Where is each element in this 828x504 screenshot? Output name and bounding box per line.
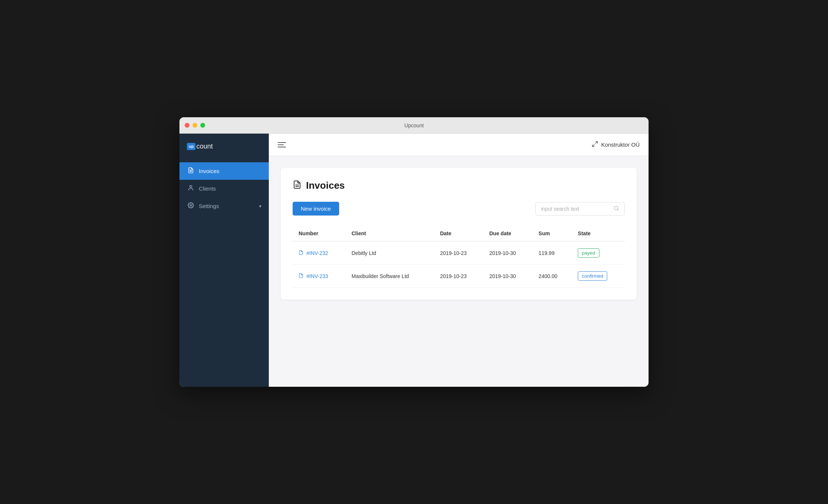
table-body: #INV-232 Debitly Ltd 2019-10-23 2019-10-… bbox=[293, 241, 625, 288]
sidebar-item-settings[interactable]: Settings ▾ bbox=[179, 197, 269, 215]
svg-line-4 bbox=[595, 141, 597, 143]
app-layout: up count Invoices bbox=[179, 134, 649, 387]
svg-line-9 bbox=[617, 209, 618, 210]
settings-icon bbox=[187, 202, 194, 210]
invoices-icon bbox=[187, 167, 194, 175]
logo-up: up bbox=[187, 143, 195, 150]
table-header-row: Number Client Date Due date Sum State bbox=[293, 226, 625, 241]
table-row: #INV-232 Debitly Ltd 2019-10-23 2019-10-… bbox=[293, 241, 625, 265]
chevron-down-icon: ▾ bbox=[259, 204, 261, 209]
invoice-link-1[interactable]: #INV-233 bbox=[299, 273, 340, 279]
minimize-button[interactable] bbox=[192, 123, 197, 128]
new-invoice-button[interactable]: New invoice bbox=[293, 202, 339, 216]
sidebar-invoices-label: Invoices bbox=[199, 168, 261, 174]
company-selector[interactable]: Konstruktor OÜ bbox=[592, 141, 640, 149]
cell-state-0: payed bbox=[572, 241, 625, 265]
clients-icon bbox=[187, 185, 194, 192]
menu-icon[interactable] bbox=[278, 142, 286, 147]
cell-client-0: Debitly Ltd bbox=[345, 241, 434, 265]
search-input[interactable] bbox=[541, 206, 611, 212]
svg-line-5 bbox=[592, 144, 594, 146]
col-due-date: Due date bbox=[483, 226, 532, 241]
cell-sum-1: 2400.00 bbox=[533, 265, 572, 288]
toolbar: New invoice bbox=[293, 202, 625, 216]
page-header: Invoices bbox=[293, 180, 625, 191]
search-box bbox=[535, 202, 625, 216]
app-window: Upcount up count bbox=[179, 117, 649, 387]
col-sum: Sum bbox=[533, 226, 572, 241]
window-title: Upcount bbox=[404, 122, 424, 128]
invoices-table: Number Client Date Due date Sum State bbox=[293, 226, 625, 288]
cell-date-1: 2019-10-23 bbox=[434, 265, 483, 288]
main-content: Konstruktor OÜ bbox=[269, 134, 649, 387]
sidebar-item-invoices[interactable]: Invoices bbox=[179, 162, 269, 180]
logo: up count bbox=[179, 134, 269, 159]
close-button[interactable] bbox=[185, 123, 190, 128]
cell-due-date-1: 2019-10-30 bbox=[483, 265, 532, 288]
sidebar-item-clients[interactable]: Clients bbox=[179, 180, 269, 197]
menu-line-3 bbox=[278, 147, 286, 147]
cell-number-0: #INV-232 bbox=[293, 241, 345, 265]
table-row: #INV-233 Maxibuilder Software Ltd 2019-1… bbox=[293, 265, 625, 288]
menu-line-2 bbox=[278, 144, 284, 145]
col-client: Client bbox=[345, 226, 434, 241]
cell-state-1: confirmed bbox=[572, 265, 625, 288]
col-state: State bbox=[572, 226, 625, 241]
cell-due-date-0: 2019-10-30 bbox=[483, 241, 532, 265]
state-badge-1: confirmed bbox=[578, 271, 607, 281]
company-icon bbox=[592, 141, 598, 149]
titlebar-controls bbox=[185, 123, 205, 128]
col-date: Date bbox=[434, 226, 483, 241]
content-card: Invoices New invoice bbox=[281, 168, 637, 300]
maximize-button[interactable] bbox=[200, 123, 205, 128]
invoice-row-icon-0 bbox=[299, 250, 303, 256]
cell-client-1: Maxibuilder Software Ltd bbox=[345, 265, 434, 288]
page-title: Invoices bbox=[306, 180, 345, 191]
col-number: Number bbox=[293, 226, 345, 241]
sidebar-nav: Invoices Clients bbox=[179, 162, 269, 215]
svg-point-2 bbox=[190, 185, 192, 188]
search-icon bbox=[614, 205, 619, 212]
logo-count: count bbox=[196, 143, 213, 150]
table-header: Number Client Date Due date Sum State bbox=[293, 226, 625, 241]
cell-number-1: #INV-233 bbox=[293, 265, 345, 288]
topbar: Konstruktor OÜ bbox=[269, 134, 649, 156]
invoice-row-icon-1 bbox=[299, 273, 303, 279]
content-area: Invoices New invoice bbox=[269, 156, 649, 387]
sidebar-settings-label: Settings bbox=[199, 203, 255, 209]
sidebar-clients-label: Clients bbox=[199, 185, 261, 192]
page-header-icon bbox=[293, 180, 302, 191]
titlebar: Upcount bbox=[179, 117, 649, 134]
cell-date-0: 2019-10-23 bbox=[434, 241, 483, 265]
invoice-link-0[interactable]: #INV-232 bbox=[299, 250, 340, 256]
cell-sum-0: 119.99 bbox=[533, 241, 572, 265]
svg-point-3 bbox=[190, 204, 191, 206]
company-name: Konstruktor OÜ bbox=[601, 141, 640, 148]
state-badge-0: payed bbox=[578, 248, 599, 258]
sidebar: up count Invoices bbox=[179, 134, 269, 387]
menu-line-1 bbox=[278, 142, 286, 143]
